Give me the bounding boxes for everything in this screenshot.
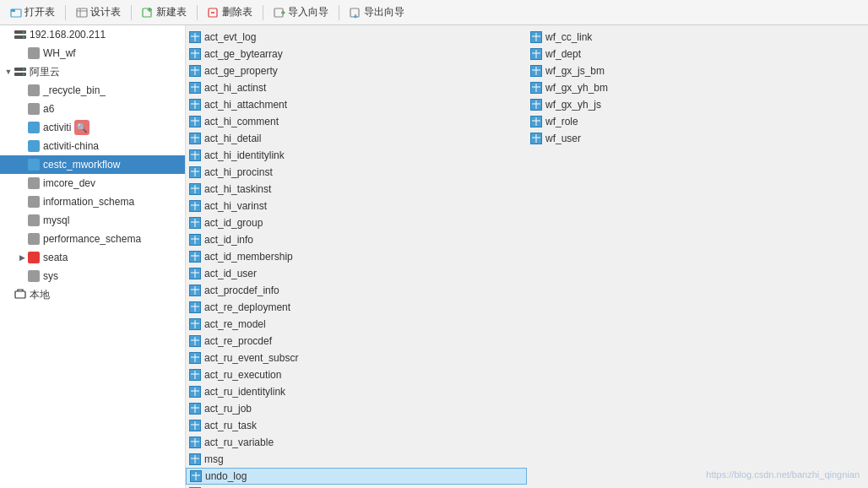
sidebar-item-wh-wf[interactable]: WH_wf bbox=[0, 44, 185, 62]
a6-label: a6 bbox=[43, 103, 54, 115]
table-row[interactable]: wf_user bbox=[527, 130, 868, 147]
table-row[interactable]: wf_gx_yh_bm bbox=[527, 79, 868, 96]
sidebar-item-aliyun[interactable]: ▼ 阿里云 bbox=[0, 62, 185, 81]
sidebar-item-server[interactable]: 192.168.200.211 bbox=[0, 25, 185, 44]
table-icon bbox=[189, 133, 201, 144]
table-row[interactable]: msg bbox=[186, 451, 527, 468]
table-icon bbox=[530, 31, 542, 43]
table-icon bbox=[189, 234, 201, 246]
table-row[interactable]: act_ru_variable bbox=[186, 434, 527, 451]
table-name: act_ge_property bbox=[204, 65, 278, 77]
table-row[interactable]: wf_dept bbox=[527, 46, 868, 62]
table-row[interactable]: act_hi_identitylink bbox=[186, 147, 527, 164]
table-row[interactable]: wf_cc_link bbox=[527, 29, 868, 46]
table-row[interactable]: act_re_deployment bbox=[186, 299, 527, 316]
table-row[interactable]: act_ge_property bbox=[186, 62, 527, 79]
table-name: msg bbox=[204, 453, 224, 465]
db-icon bbox=[27, 121, 41, 134]
server-icon bbox=[14, 65, 27, 79]
sidebar-item-activiti[interactable]: activiti 🔍 bbox=[0, 118, 185, 137]
svg-rect-12 bbox=[350, 8, 359, 17]
design-table-label: 设计表 bbox=[90, 5, 121, 19]
table-row[interactable]: undo_log bbox=[186, 468, 527, 485]
table-icon bbox=[189, 99, 201, 111]
sidebar-item-recycle[interactable]: _recycle_bin_ bbox=[0, 81, 185, 100]
table-icon bbox=[189, 420, 201, 431]
table-row[interactable]: act_re_procdef bbox=[186, 333, 527, 350]
table-icon bbox=[189, 31, 201, 43]
import-wizard-button[interactable]: 导入向导 bbox=[269, 3, 334, 21]
svg-point-17 bbox=[23, 36, 24, 38]
table-name: act_re_procdef bbox=[204, 335, 272, 347]
table-icon bbox=[530, 48, 542, 60]
sidebar-item-information-schema[interactable]: information_schema bbox=[0, 192, 185, 211]
sidebar-item-activiti-china[interactable]: activiti-china bbox=[0, 137, 185, 155]
open-table-button[interactable]: 打开表 bbox=[5, 3, 60, 21]
sidebar-item-performance-schema[interactable]: performance_schema bbox=[0, 230, 185, 248]
db-icon bbox=[27, 214, 41, 227]
open-table-icon bbox=[10, 7, 22, 19]
table-icon bbox=[530, 65, 542, 77]
table-icon bbox=[189, 285, 201, 296]
table-icon bbox=[530, 82, 542, 94]
design-table-button[interactable]: 设计表 bbox=[71, 3, 126, 21]
sidebar-item-mysql[interactable]: mysql bbox=[0, 211, 185, 230]
table-icon bbox=[189, 453, 201, 465]
table-row[interactable]: act_hi_procinst bbox=[186, 164, 527, 181]
table-row[interactable]: act_ru_event_subscr bbox=[186, 350, 527, 366]
table-row[interactable]: act_ge_bytearray bbox=[186, 46, 527, 62]
table-icon bbox=[189, 217, 201, 229]
export-wizard-button[interactable]: 导出向导 bbox=[344, 3, 410, 21]
delete-table-icon bbox=[208, 7, 220, 19]
performance-schema-label: performance_schema bbox=[43, 233, 141, 245]
table-name: act_ru_execution bbox=[204, 369, 281, 381]
sidebar-item-cestc-mworkflow[interactable]: cestc_mworkflow bbox=[0, 155, 185, 174]
table-row[interactable]: act_hi_attachment bbox=[186, 96, 527, 113]
table-row[interactable]: act_id_user bbox=[186, 265, 527, 282]
table-row[interactable]: act_ru_task bbox=[186, 417, 527, 434]
seata-label: seata bbox=[43, 252, 68, 263]
db-icon bbox=[27, 195, 41, 209]
table-name: wf_user bbox=[545, 133, 581, 144]
sidebar-item-seata[interactable]: ▶ seata bbox=[0, 248, 185, 267]
sidebar: 192.168.200.211 WH_wf ▼ 阿里云 _recycle_ bbox=[0, 25, 186, 488]
db-icon bbox=[27, 176, 41, 190]
table-name: act_hi_detail bbox=[204, 133, 261, 144]
sidebar-item-local[interactable]: 本地 bbox=[0, 285, 185, 304]
table-row[interactable]: act_procdef_info bbox=[186, 282, 527, 299]
table-row[interactable]: act_id_membership bbox=[186, 248, 527, 265]
table-row[interactable]: act_ru_execution bbox=[186, 366, 527, 383]
table-name: act_id_group bbox=[204, 217, 263, 229]
table-row[interactable]: act_ru_identitylink bbox=[186, 383, 527, 400]
table-name: wf_gx_js_bm bbox=[545, 65, 605, 77]
sidebar-item-a6[interactable]: a6 bbox=[0, 100, 185, 118]
new-table-button[interactable]: 新建表 bbox=[137, 3, 192, 21]
table-icon bbox=[189, 386, 201, 398]
table-icon bbox=[530, 133, 542, 144]
sidebar-item-imcore-dev[interactable]: imcore_dev bbox=[0, 174, 185, 192]
aliyun-label: 阿里云 bbox=[30, 65, 60, 79]
table-row[interactable]: wf_add_activity_info bbox=[186, 485, 527, 488]
table-row[interactable]: act_hi_comment bbox=[186, 113, 527, 130]
sidebar-item-sys[interactable]: sys bbox=[0, 267, 185, 285]
table-icon bbox=[530, 116, 542, 127]
table-name: wf_dept bbox=[545, 48, 581, 60]
information-schema-label: information_schema bbox=[43, 196, 134, 208]
table-row[interactable]: act_id_info bbox=[186, 231, 527, 248]
table-row[interactable]: act_evt_log bbox=[186, 29, 527, 46]
main-layout: 192.168.200.211 WH_wf ▼ 阿里云 _recycle_ bbox=[0, 25, 868, 488]
table-row[interactable]: wf_role bbox=[527, 113, 868, 130]
table-row[interactable]: act_hi_actinst bbox=[186, 79, 527, 96]
db-icon bbox=[27, 46, 41, 60]
svg-rect-2 bbox=[77, 8, 87, 17]
table-row[interactable]: wf_gx_yh_js bbox=[527, 96, 868, 113]
table-row[interactable]: act_ru_job bbox=[186, 400, 527, 417]
separator bbox=[197, 5, 198, 20]
table-row[interactable]: act_hi_varinst bbox=[186, 198, 527, 214]
table-row[interactable]: wf_gx_js_bm bbox=[527, 62, 868, 79]
table-row[interactable]: act_hi_detail bbox=[186, 130, 527, 147]
delete-table-button[interactable]: 删除表 bbox=[203, 3, 258, 21]
table-row[interactable]: act_id_group bbox=[186, 214, 527, 231]
table-row[interactable]: act_hi_taskinst bbox=[186, 181, 527, 198]
table-row[interactable]: act_re_model bbox=[186, 316, 527, 333]
